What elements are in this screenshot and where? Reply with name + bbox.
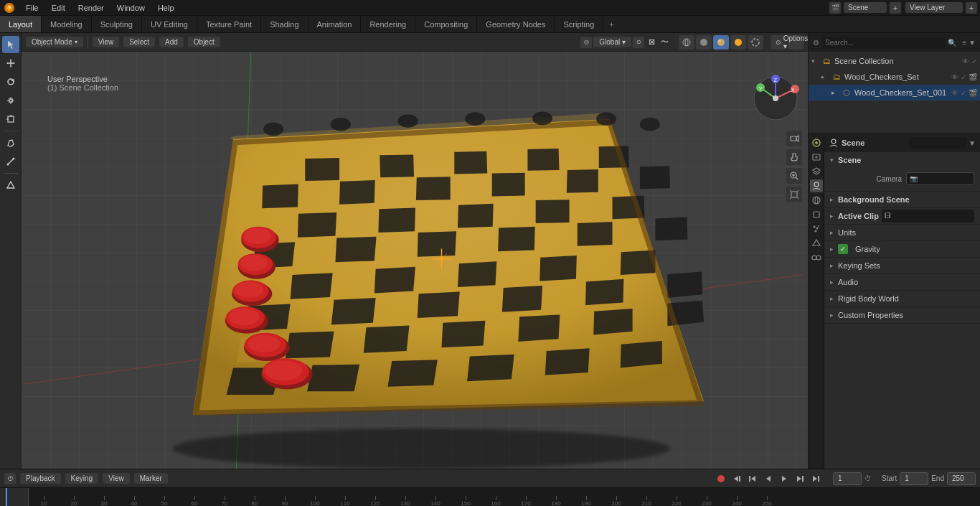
rigid-body-world-header[interactable]: ▸ Rigid Body World — [824, 291, 980, 306]
gravity-checkbox[interactable]: ✓ — [838, 244, 848, 254]
menu-render[interactable]: Render — [72, 2, 110, 14]
exclude-icon[interactable]: ✓ — [971, 57, 977, 65]
workspace-geometry-nodes[interactable]: Geometry Nodes — [477, 16, 555, 32]
custom-props-header[interactable]: ▸ Custom Properties — [824, 307, 980, 323]
scene-selector[interactable]: Scene — [844, 2, 887, 13]
viewport-object-btn[interactable]: Object — [188, 37, 220, 47]
menu-window[interactable]: Window — [111, 2, 151, 14]
outliner-wood-checkers-set[interactable]: ▸ 🗂 Wood_Checkers_Set 👁 ✓ 🎬 — [809, 69, 980, 85]
workspace-compositing[interactable]: Compositing — [415, 16, 477, 32]
viewport-select-btn[interactable]: Select — [123, 37, 155, 47]
props-particles-icon[interactable] — [810, 222, 823, 235]
viewport-move-hand-btn[interactable] — [786, 149, 802, 165]
gravity-header[interactable]: ▸ ✓ Gravity — [824, 241, 980, 257]
scene-section-header[interactable]: ▾ Scene — [824, 152, 980, 168]
object-mode-btn[interactable]: Object Mode ▾ — [26, 37, 83, 47]
menu-help[interactable]: Help — [152, 2, 180, 14]
current-frame-field[interactable]: 1 — [833, 472, 862, 485]
menu-file[interactable]: File — [20, 2, 44, 14]
outliner-search-input[interactable] — [822, 37, 945, 48]
workspace-add-btn[interactable]: + — [603, 16, 619, 32]
step-forward-btn[interactable] — [793, 472, 807, 486]
marker-btn[interactable]: Marker — [134, 473, 168, 484]
blender-logo[interactable] — [3, 1, 16, 14]
overlays-btn[interactable] — [748, 35, 763, 50]
props-world-icon[interactable] — [810, 194, 823, 207]
record-btn[interactable] — [714, 472, 728, 486]
scene-selector-icon[interactable]: 🎬 — [829, 2, 841, 14]
workspace-uv-editing[interactable]: UV Editing — [142, 16, 197, 32]
render-icon[interactable]: 🎬 — [969, 73, 977, 81]
workspace-modeling[interactable]: Modeling — [42, 16, 92, 32]
outliner-search-icon[interactable]: 🔍 — [948, 39, 956, 47]
jump-end-btn[interactable] — [809, 472, 823, 486]
magnet-btn[interactable]: ⊠ — [646, 37, 657, 48]
props-scene-icon[interactable] — [810, 179, 823, 192]
keying-btn[interactable]: Keying — [65, 473, 99, 484]
end-frame-field[interactable]: 250 — [947, 472, 976, 485]
start-frame-field[interactable]: 1 — [900, 472, 928, 485]
active-clip-field[interactable]: 🎞 — [882, 210, 974, 222]
timeline-ruler[interactable]: 10 20 30 40 50 60 70 80 90 100 110 120 1… — [0, 488, 980, 506]
tool-scale[interactable] — [2, 92, 19, 109]
play-reverse-btn[interactable] — [761, 472, 776, 486]
view-layer-selector[interactable]: View Layer — [905, 2, 963, 13]
transform-global-btn[interactable]: Global ▾ — [593, 37, 631, 47]
restrict-icon[interactable]: ✓ — [961, 73, 966, 81]
props-output-icon[interactable] — [810, 151, 823, 164]
eye-icon-set001[interactable]: 👁 — [951, 89, 958, 97]
tool-transform[interactable] — [2, 111, 19, 128]
rendered-btn[interactable] — [730, 35, 746, 50]
tool-measure[interactable] — [2, 153, 19, 170]
tool-move[interactable] — [2, 55, 19, 72]
render-icon-set001[interactable]: 🎬 — [969, 89, 977, 97]
play-forward-btn[interactable] — [777, 472, 791, 486]
outliner-scene-collection[interactable]: ▾ 🗂 Scene Collection 👁 ✓ — [809, 53, 980, 69]
menu-edit[interactable]: Edit — [46, 2, 71, 14]
scene-add-btn[interactable]: + — [890, 2, 901, 14]
tool-add-object[interactable] — [2, 177, 19, 194]
restrict-icon-set001[interactable]: ✓ — [961, 89, 966, 97]
step-back-btn[interactable] — [745, 472, 760, 486]
keying-sets-header[interactable]: ▸ Keying Sets — [824, 258, 980, 273]
workspace-rendering[interactable]: Rendering — [361, 16, 415, 32]
props-view-layer-icon[interactable] — [810, 165, 823, 178]
outliner-wood-checkers-set-001[interactable]: ▸ ⬡ Wood_Checkers_Set_001 👁 ✓ 🎬 — [809, 85, 980, 100]
viewport-scene[interactable]: User Perspective (1) Scene Collection X … — [22, 52, 808, 469]
outliner-filter-btn[interactable]: ≡ — [962, 39, 966, 47]
workspace-shading[interactable]: Shading — [261, 16, 308, 32]
workspace-animation[interactable]: Animation — [308, 16, 362, 32]
props-constraints-icon[interactable] — [810, 251, 823, 264]
workspace-sculpting[interactable]: Sculpting — [92, 16, 142, 32]
background-scene-header[interactable]: ▸ Background Scene — [824, 192, 980, 207]
workspace-scripting[interactable]: Scripting — [555, 16, 603, 32]
audio-header[interactable]: ▸ Audio — [824, 274, 980, 290]
tool-rotate[interactable] — [2, 73, 19, 90]
timeline-view-btn[interactable]: View — [103, 473, 130, 484]
eye-icon[interactable]: 👁 — [962, 57, 969, 65]
outliner-filter-icon[interactable]: ⚙ — [813, 39, 819, 47]
viewport-view-btn[interactable]: View — [93, 37, 120, 47]
solid-btn[interactable] — [696, 35, 712, 50]
props-physics-icon[interactable] — [810, 237, 823, 250]
props-filter-btn[interactable]: ▼ — [969, 139, 976, 147]
graph-btn[interactable]: 〜 — [659, 37, 670, 48]
units-header[interactable]: ▸ Units — [824, 225, 980, 240]
options-btn[interactable]: Options ▾ — [788, 35, 804, 50]
jump-start-btn[interactable] — [730, 472, 744, 486]
viewport-camera-btn[interactable] — [786, 131, 802, 146]
transform-pivot-btn[interactable]: ◎ — [580, 37, 592, 48]
material-preview-btn[interactable] — [713, 35, 729, 50]
proportional-edit-btn[interactable]: ⊙ — [633, 37, 644, 48]
active-clip-header[interactable]: ▸ Active Clip 🎞 — [824, 208, 980, 224]
props-render-icon[interactable] — [810, 136, 823, 149]
viewport-add-btn[interactable]: Add — [159, 37, 184, 47]
props-search-input[interactable] — [909, 137, 966, 149]
tool-cursor[interactable] — [2, 36, 19, 53]
view-layer-add-btn[interactable]: + — [966, 2, 977, 14]
workspace-texture-paint[interactable]: Texture Paint — [197, 16, 261, 32]
viewport-camera-perspective-btn[interactable] — [786, 187, 802, 202]
viewport[interactable]: Object Mode ▾ View Select Add Object ◎ G… — [22, 33, 808, 469]
timeline-editor-type-btn[interactable]: ⏱ — [4, 473, 16, 484]
workspace-layout[interactable]: Layout — [0, 16, 42, 32]
